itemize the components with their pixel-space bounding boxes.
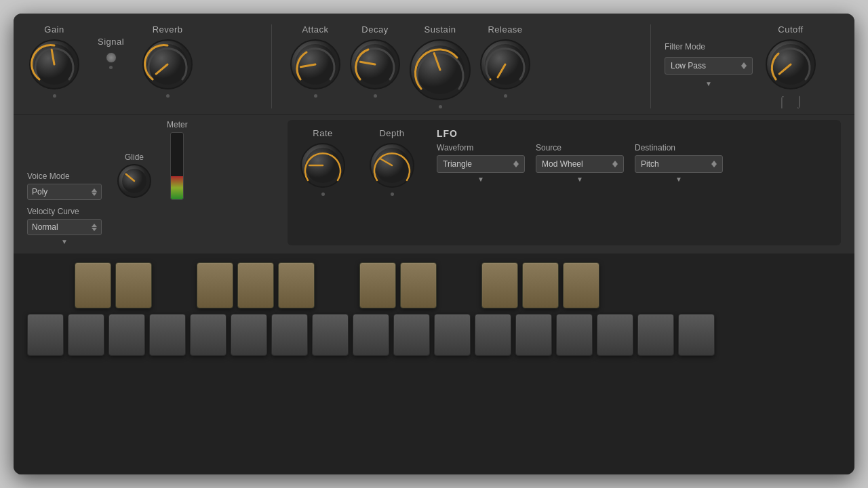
black-key-7[interactable] bbox=[400, 262, 437, 308]
white-key-2[interactable] bbox=[68, 314, 104, 356]
decay-group: Decay bbox=[348, 24, 402, 98]
lfo-source-value: Mod Wheel bbox=[542, 159, 583, 169]
lfo-dest-arrows bbox=[711, 161, 717, 167]
keyboard-panel bbox=[14, 254, 854, 474]
meter-fill bbox=[171, 176, 183, 199]
rate-dot bbox=[321, 192, 325, 196]
lfo-source-select[interactable]: Mod Wheel bbox=[536, 155, 624, 173]
white-key-12[interactable] bbox=[475, 314, 511, 356]
key-gap-1 bbox=[34, 262, 71, 308]
white-key-3[interactable] bbox=[108, 314, 145, 356]
filter-mode-select[interactable]: Low Pass bbox=[665, 57, 753, 75]
release-group: Release bbox=[478, 24, 532, 98]
attack-group: Attack bbox=[288, 24, 342, 98]
filter-mode-arrows bbox=[741, 62, 747, 69]
meter-group: Meter bbox=[167, 120, 188, 200]
controls-left: Voice Mode Poly Glide bbox=[27, 120, 271, 245]
lfo-waveform-select[interactable]: Triangle bbox=[437, 155, 525, 173]
key-gap-2 bbox=[156, 262, 193, 308]
white-key-16[interactable] bbox=[637, 314, 674, 356]
velocity-curve-value: Normal bbox=[32, 222, 58, 232]
gain-knob[interactable] bbox=[27, 37, 81, 92]
black-key-9[interactable] bbox=[522, 262, 559, 308]
lfo-dest-select[interactable]: Pitch bbox=[635, 155, 723, 173]
white-key-9[interactable] bbox=[353, 314, 389, 356]
attack-knob[interactable] bbox=[288, 37, 342, 92]
rate-group: Rate bbox=[298, 128, 347, 196]
lfo-source-label: Source bbox=[536, 143, 624, 152]
white-key-14[interactable] bbox=[556, 314, 593, 356]
lfo-panel: Rate Depth bbox=[288, 120, 841, 245]
decay-label: Decay bbox=[361, 24, 388, 35]
white-key-4[interactable] bbox=[149, 314, 186, 356]
reverb-label: Reverb bbox=[153, 24, 183, 35]
depth-dot bbox=[391, 192, 394, 196]
top-panel: Gain bbox=[14, 14, 854, 115]
lfo-dest-group: Destination Pitch ▼ bbox=[635, 143, 723, 183]
attack-label: Attack bbox=[302, 24, 328, 35]
lfo-dest-label: Destination bbox=[635, 143, 723, 152]
white-key-10[interactable] bbox=[393, 314, 430, 356]
lfo-source-down bbox=[612, 164, 618, 167]
release-knob[interactable] bbox=[478, 37, 532, 92]
white-key-13[interactable] bbox=[515, 314, 552, 356]
voice-mode-arrows bbox=[92, 188, 97, 196]
velocity-curve-select[interactable]: Normal bbox=[27, 219, 102, 235]
gain-label: Gain bbox=[44, 24, 64, 35]
lfo-dest-chevron: ▼ bbox=[635, 176, 723, 183]
black-key-1[interactable] bbox=[75, 262, 111, 308]
key-gap-4 bbox=[441, 262, 477, 308]
lfo-source-group: Source Mod Wheel ▼ bbox=[536, 143, 624, 183]
section-filter: Filter Mode Low Pass ▼ Cutoff bbox=[651, 24, 841, 108]
lfo-waveform-group: Waveform Triangle ▼ bbox=[437, 143, 525, 183]
reverb-knob[interactable] bbox=[140, 37, 195, 92]
lfo-dest-down bbox=[711, 164, 717, 167]
cutoff-knob[interactable] bbox=[764, 37, 818, 92]
rate-knob[interactable] bbox=[298, 141, 347, 190]
black-key-8[interactable] bbox=[481, 262, 518, 308]
black-key-4[interactable] bbox=[237, 262, 274, 308]
controls-row-2: Velocity Curve Normal ▼ bbox=[27, 207, 271, 245]
lfo-wave-down bbox=[513, 164, 519, 167]
decay-dot bbox=[374, 94, 377, 98]
white-key-1[interactable] bbox=[27, 314, 64, 356]
white-key-11[interactable] bbox=[434, 314, 471, 356]
depth-label: Depth bbox=[379, 128, 404, 138]
filter-chevron: ▼ bbox=[665, 80, 753, 87]
sustain-group: Sustain bbox=[408, 24, 473, 108]
voice-mode-select[interactable]: Poly bbox=[27, 184, 102, 200]
black-key-6[interactable] bbox=[359, 262, 396, 308]
gain-group: Gain bbox=[27, 24, 81, 98]
voice-mode-label: Voice Mode bbox=[27, 171, 102, 181]
depth-knob[interactable] bbox=[368, 141, 416, 190]
black-key-2[interactable] bbox=[115, 262, 152, 308]
black-key-3[interactable] bbox=[197, 262, 233, 308]
decay-knob[interactable] bbox=[348, 37, 402, 92]
lfo-selects-row: Waveform Triangle ▼ bbox=[437, 143, 830, 183]
signal-led bbox=[106, 52, 117, 63]
white-key-17[interactable] bbox=[678, 314, 715, 356]
cutoff-label: Cutoff bbox=[778, 24, 803, 35]
white-key-7[interactable] bbox=[271, 314, 308, 356]
attack-dot bbox=[314, 94, 317, 98]
black-key-10[interactable] bbox=[563, 262, 599, 308]
velocity-curve-label: Velocity Curve bbox=[27, 207, 102, 216]
black-key-5[interactable] bbox=[278, 262, 315, 308]
lfo-title: LFO bbox=[437, 128, 830, 139]
filter-mode-label: Filter Mode bbox=[665, 42, 753, 52]
glide-knob[interactable] bbox=[115, 162, 153, 200]
white-key-5[interactable] bbox=[190, 314, 226, 356]
white-key-15[interactable] bbox=[597, 314, 633, 356]
voice-down-arrow bbox=[92, 192, 97, 196]
depth-group: Depth bbox=[368, 128, 416, 196]
sustain-knob[interactable] bbox=[408, 37, 473, 102]
white-key-6[interactable] bbox=[231, 314, 267, 356]
controls-row-1: Voice Mode Poly Glide bbox=[27, 120, 271, 200]
signal-dot bbox=[109, 66, 113, 69]
white-key-8[interactable] bbox=[312, 314, 349, 356]
meter-bar bbox=[170, 132, 184, 200]
glide-label: Glide bbox=[125, 152, 144, 162]
lfo-source-arrows bbox=[612, 161, 618, 167]
cutoff-group: Cutoff ⌠ ⌡ bbox=[764, 24, 818, 108]
rate-label: Rate bbox=[313, 128, 332, 138]
